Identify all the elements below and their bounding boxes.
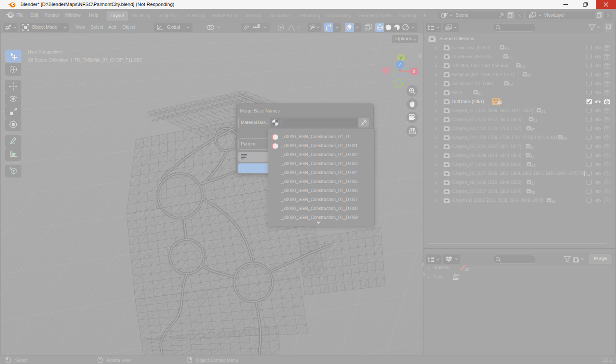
svg-text:Z: Z [399, 62, 401, 67]
svg-text:Y: Y [400, 56, 403, 61]
svg-text:X: X [413, 69, 416, 74]
